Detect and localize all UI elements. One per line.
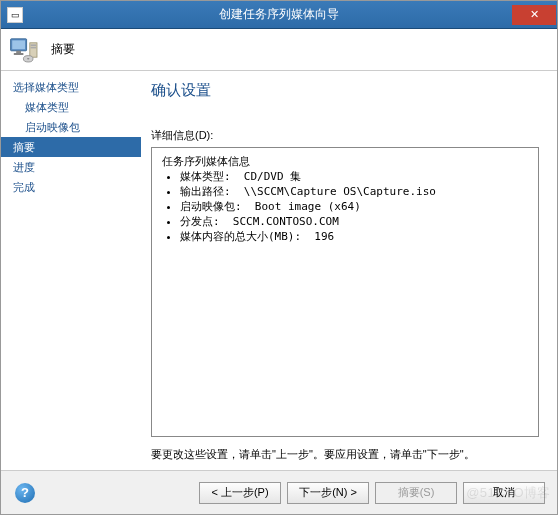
content-area: 选择媒体类型 媒体类型 启动映像包 摘要 进度 完成 确认设置 详细信息(D):…: [1, 71, 557, 470]
details-list: 媒体类型: CD/DVD 集 输出路径: \\SCCM\Capture OS\C…: [162, 169, 528, 244]
header-title: 摘要: [51, 41, 75, 58]
help-icon[interactable]: ?: [15, 483, 35, 503]
detail-line: 启动映像包: Boot image (x64): [180, 199, 528, 214]
header-panel: 摘要: [1, 29, 557, 71]
svg-rect-1: [12, 40, 25, 49]
nav-item-media-type-select[interactable]: 选择媒体类型: [1, 77, 141, 97]
svg-point-8: [27, 58, 29, 60]
nav-item-summary[interactable]: 摘要: [1, 137, 141, 157]
prev-button[interactable]: < 上一步(P): [199, 482, 281, 504]
details-section-title: 任务序列媒体信息: [162, 154, 528, 169]
details-textbox[interactable]: 任务序列媒体信息 媒体类型: CD/DVD 集 输出路径: \\SCCM\Cap…: [151, 147, 539, 437]
page-title: 确认设置: [151, 81, 539, 100]
detail-line: 媒体内容的总大小(MB): 196: [180, 229, 528, 244]
svg-rect-3: [14, 53, 24, 55]
titlebar: ▭ 创建任务序列媒体向导 ✕: [1, 1, 557, 29]
detail-line: 媒体类型: CD/DVD 集: [180, 169, 528, 184]
svg-rect-6: [31, 46, 37, 48]
footer: ? < 上一步(P) 下一步(N) > 摘要(S) 取消: [1, 470, 557, 514]
system-menu-icon[interactable]: ▭: [7, 7, 23, 23]
detail-line: 分发点: SCCM.CONTOSO.COM: [180, 214, 528, 229]
svg-rect-2: [16, 50, 21, 52]
nav-item-media-type[interactable]: 媒体类型: [1, 97, 141, 117]
nav-item-progress[interactable]: 进度: [1, 157, 141, 177]
main-panel: 确认设置 详细信息(D): 任务序列媒体信息 媒体类型: CD/DVD 集 输出…: [141, 71, 557, 470]
wizard-icon: [9, 36, 41, 64]
nav-item-boot-image[interactable]: 启动映像包: [1, 117, 141, 137]
svg-rect-5: [31, 44, 37, 46]
hint-text: 要更改这些设置，请单击"上一步"。要应用设置，请单击"下一步"。: [151, 447, 539, 462]
nav-sidebar: 选择媒体类型 媒体类型 启动映像包 摘要 进度 完成: [1, 71, 141, 470]
details-label: 详细信息(D):: [151, 128, 539, 143]
next-button[interactable]: 下一步(N) >: [287, 482, 369, 504]
summary-button: 摘要(S): [375, 482, 457, 504]
cancel-button[interactable]: 取消: [463, 482, 545, 504]
window-title: 创建任务序列媒体向导: [219, 6, 339, 23]
close-button[interactable]: ✕: [512, 5, 556, 25]
detail-line: 输出路径: \\SCCM\Capture OS\Capture.iso: [180, 184, 528, 199]
nav-item-complete[interactable]: 完成: [1, 177, 141, 197]
